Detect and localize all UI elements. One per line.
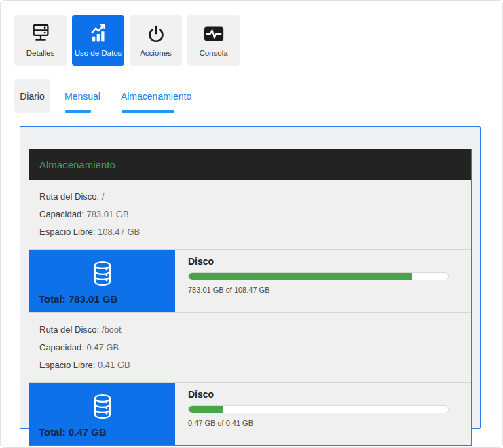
disk-usage-area: Disco 0.47 GB of 0.41 GB <box>175 383 471 445</box>
disk-capacity-label: Capacidad: <box>39 342 84 352</box>
disk-usage-progress-fill <box>189 406 223 413</box>
tab-diario[interactable]: Diario <box>14 79 50 113</box>
disk-free-line: Espacio Libre: 0.41 GB <box>39 356 461 374</box>
disk-usage-progressbar <box>188 405 449 413</box>
disk-bar-title: Disco <box>188 256 449 267</box>
console-button-label: Consola <box>199 49 227 57</box>
actions-button[interactable]: Acciones <box>130 15 182 66</box>
disk-usage-progressbar <box>188 272 449 280</box>
disk-usage-area: Disco 783.01 GB of 108.47 GB <box>175 250 471 312</box>
disk-total-label: Total: 783.01 GB <box>29 293 175 305</box>
disk-total-label: Total: 0.47 GB <box>29 426 175 438</box>
database-icon <box>89 260 116 291</box>
database-icon <box>89 393 116 424</box>
disk-path-line: Ruta del Disco: / <box>39 188 461 206</box>
toolbar: Detalles Uso de Datos Acc <box>1 1 502 66</box>
tab-almacenamiento[interactable]: Almacenamiento <box>121 79 191 113</box>
tab-mensual-label: Mensual <box>64 91 100 102</box>
disk-capacity-line: Capacidad: 0.47 GB <box>39 339 461 356</box>
tab-almacenamiento-underline <box>122 110 174 113</box>
disk-usage-caption: 783.01 GB of 108.47 GB <box>188 286 449 294</box>
disk-usage-row-boot: Total: 0.47 GB Disco 0.47 GB of 0.41 GB <box>29 382 471 445</box>
details-button-label: Detalles <box>26 49 55 57</box>
disk-usage-caption: 0.47 GB of 0.41 GB <box>188 419 449 427</box>
disk-capacity-label: Capacidad: <box>39 209 84 219</box>
power-icon <box>145 22 168 45</box>
tab-almacenamiento-label: Almacenamiento <box>121 91 191 102</box>
disk-path-line: Ruta del Disco: /boot <box>39 321 461 339</box>
disk-capacity-line: Capacidad: 783.01 GB <box>39 206 461 223</box>
disk-capacity-value: 783.01 GB <box>86 209 128 219</box>
disk-free-label: Espacio Libre: <box>39 360 95 370</box>
page: Detalles Uso de Datos Acc <box>0 0 503 448</box>
disk-path-value: /boot <box>102 324 122 335</box>
server-icon <box>29 22 52 45</box>
storage-tab-panel: Almacenamiento Ruta del Disco: / Capacid… <box>20 126 481 429</box>
details-button[interactable]: Detalles <box>14 15 67 66</box>
storage-card: Almacenamiento Ruta del Disco: / Capacid… <box>29 149 472 446</box>
console-pulse-icon <box>202 22 225 45</box>
console-button[interactable]: Consola <box>187 15 240 66</box>
tab-mensual[interactable]: Mensual <box>64 79 100 113</box>
disk-free-label: Espacio Libre: <box>39 227 95 237</box>
disk-free-value: 0.41 GB <box>98 360 130 370</box>
bar-chart-icon <box>87 22 110 45</box>
tab-bar: Diario Mensual Almacenamiento <box>14 79 502 113</box>
disk-path-label: Ruta del Disco: <box>39 191 99 202</box>
actions-button-label: Acciones <box>140 49 172 57</box>
tab-diario-label: Diario <box>20 91 45 102</box>
disk-free-value: 108.47 GB <box>98 227 140 237</box>
disk-total-box: Total: 783.01 GB <box>29 250 175 312</box>
disk-free-line: Espacio Libre: 108.47 GB <box>39 223 461 241</box>
disk-total-box: Total: 0.47 GB <box>29 383 175 445</box>
disk-capacity-value: 0.47 GB <box>86 342 119 352</box>
tab-mensual-underline <box>65 110 91 113</box>
disk-usage-progress-fill <box>189 273 412 280</box>
disk-bar-title: Disco <box>188 389 449 400</box>
disk-usage-row-root: Total: 783.01 GB Disco 783.01 GB of 108.… <box>29 249 471 312</box>
disk-path-label: Ruta del Disco: <box>39 324 99 335</box>
storage-card-title: Almacenamiento <box>29 149 471 180</box>
disk-info-root: Ruta del Disco: / Capacidad: 783.01 GB E… <box>29 180 471 249</box>
data-usage-button-label: Uso de Datos <box>75 49 122 57</box>
disk-path-value: / <box>102 191 105 202</box>
data-usage-button[interactable]: Uso de Datos <box>72 15 124 66</box>
disk-info-boot: Ruta del Disco: /boot Capacidad: 0.47 GB… <box>29 312 471 382</box>
